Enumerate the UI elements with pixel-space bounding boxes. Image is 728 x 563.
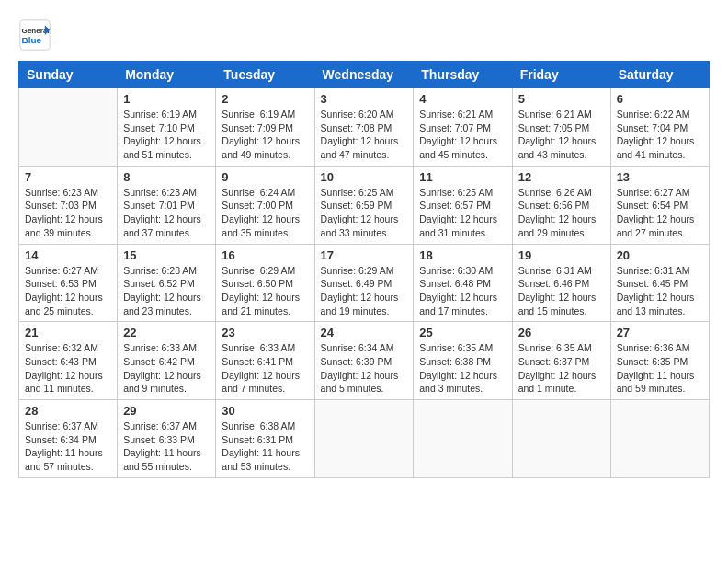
calendar-cell: 26Sunrise: 6:35 AM Sunset: 6:37 PM Dayli… xyxy=(512,322,610,400)
day-info: Sunrise: 6:21 AM Sunset: 7:07 PM Dayligh… xyxy=(419,108,506,162)
day-number: 16 xyxy=(222,248,308,262)
calendar-week-5: 28Sunrise: 6:37 AM Sunset: 6:34 PM Dayli… xyxy=(19,400,710,478)
calendar-cell xyxy=(512,400,610,478)
day-number: 9 xyxy=(222,170,308,184)
day-info: Sunrise: 6:30 AM Sunset: 6:48 PM Dayligh… xyxy=(419,264,506,318)
calendar-table: SundayMondayTuesdayWednesdayThursdayFrid… xyxy=(18,61,710,478)
logo-icon: General Blue xyxy=(18,18,51,52)
calendar-cell: 30Sunrise: 6:38 AM Sunset: 6:31 PM Dayli… xyxy=(216,400,314,478)
calendar-cell: 22Sunrise: 6:33 AM Sunset: 6:42 PM Dayli… xyxy=(118,322,216,400)
day-info: Sunrise: 6:36 AM Sunset: 6:35 PM Dayligh… xyxy=(617,341,703,396)
calendar-week-1: 1Sunrise: 6:19 AM Sunset: 7:10 PM Daylig… xyxy=(19,88,710,167)
day-number: 28 xyxy=(25,404,111,418)
weekday-thursday: Thursday xyxy=(414,62,512,88)
day-info: Sunrise: 6:31 AM Sunset: 6:46 PM Dayligh… xyxy=(518,264,605,318)
svg-text:Blue: Blue xyxy=(22,35,42,45)
calendar-cell: 23Sunrise: 6:33 AM Sunset: 6:41 PM Dayli… xyxy=(216,322,314,400)
day-info: Sunrise: 6:32 AM Sunset: 6:43 PM Dayligh… xyxy=(25,341,111,396)
day-number: 6 xyxy=(617,92,703,106)
calendar-cell xyxy=(314,400,414,478)
day-number: 27 xyxy=(617,326,703,339)
calendar-cell xyxy=(610,400,709,478)
calendar-cell: 6Sunrise: 6:22 AM Sunset: 7:04 PM Daylig… xyxy=(610,88,709,167)
day-info: Sunrise: 6:34 AM Sunset: 6:39 PM Dayligh… xyxy=(321,341,408,396)
logo: General Blue xyxy=(18,18,55,52)
day-number: 12 xyxy=(518,170,605,184)
day-number: 17 xyxy=(321,248,408,262)
day-number: 18 xyxy=(419,248,506,262)
calendar-cell: 5Sunrise: 6:21 AM Sunset: 7:05 PM Daylig… xyxy=(512,88,610,167)
day-info: Sunrise: 6:23 AM Sunset: 7:03 PM Dayligh… xyxy=(25,186,111,240)
day-number: 26 xyxy=(518,326,605,339)
page-header: General Blue xyxy=(18,18,710,52)
calendar-cell: 4Sunrise: 6:21 AM Sunset: 7:07 PM Daylig… xyxy=(414,88,512,167)
day-number: 21 xyxy=(25,326,111,339)
day-info: Sunrise: 6:19 AM Sunset: 7:10 PM Dayligh… xyxy=(123,108,210,162)
calendar-cell: 8Sunrise: 6:23 AM Sunset: 7:01 PM Daylig… xyxy=(118,166,216,244)
calendar-cell: 14Sunrise: 6:27 AM Sunset: 6:53 PM Dayli… xyxy=(19,244,118,322)
day-number: 8 xyxy=(123,170,210,184)
day-info: Sunrise: 6:28 AM Sunset: 6:52 PM Dayligh… xyxy=(123,264,210,318)
day-number: 23 xyxy=(222,326,308,339)
calendar-week-4: 21Sunrise: 6:32 AM Sunset: 6:43 PM Dayli… xyxy=(19,322,710,400)
calendar-cell: 18Sunrise: 6:30 AM Sunset: 6:48 PM Dayli… xyxy=(414,244,512,322)
day-number: 29 xyxy=(123,404,210,418)
calendar-body: 1Sunrise: 6:19 AM Sunset: 7:10 PM Daylig… xyxy=(19,88,710,478)
day-number: 15 xyxy=(123,248,210,262)
day-info: Sunrise: 6:37 AM Sunset: 6:33 PM Dayligh… xyxy=(123,419,210,474)
weekday-sunday: Sunday xyxy=(19,62,118,88)
day-number: 10 xyxy=(321,170,408,184)
weekday-wednesday: Wednesday xyxy=(314,62,414,88)
day-info: Sunrise: 6:19 AM Sunset: 7:09 PM Dayligh… xyxy=(222,108,308,162)
day-info: Sunrise: 6:21 AM Sunset: 7:05 PM Dayligh… xyxy=(518,108,605,162)
day-info: Sunrise: 6:26 AM Sunset: 6:56 PM Dayligh… xyxy=(518,186,605,240)
day-number: 19 xyxy=(518,248,605,262)
day-info: Sunrise: 6:33 AM Sunset: 6:41 PM Dayligh… xyxy=(222,341,308,396)
calendar-week-2: 7Sunrise: 6:23 AM Sunset: 7:03 PM Daylig… xyxy=(19,166,710,244)
calendar-cell: 2Sunrise: 6:19 AM Sunset: 7:09 PM Daylig… xyxy=(216,88,314,167)
calendar-cell: 28Sunrise: 6:37 AM Sunset: 6:34 PM Dayli… xyxy=(19,400,118,478)
calendar-cell: 7Sunrise: 6:23 AM Sunset: 7:03 PM Daylig… xyxy=(19,166,118,244)
calendar-cell: 12Sunrise: 6:26 AM Sunset: 6:56 PM Dayli… xyxy=(512,166,610,244)
calendar-cell: 17Sunrise: 6:29 AM Sunset: 6:49 PM Dayli… xyxy=(314,244,414,322)
weekday-saturday: Saturday xyxy=(610,62,709,88)
day-number: 2 xyxy=(222,92,308,106)
day-info: Sunrise: 6:25 AM Sunset: 6:57 PM Dayligh… xyxy=(419,186,506,240)
weekday-monday: Monday xyxy=(118,62,216,88)
day-info: Sunrise: 6:31 AM Sunset: 6:45 PM Dayligh… xyxy=(617,264,703,318)
day-number: 5 xyxy=(518,92,605,106)
day-info: Sunrise: 6:27 AM Sunset: 6:53 PM Dayligh… xyxy=(25,264,111,318)
calendar-cell: 10Sunrise: 6:25 AM Sunset: 6:59 PM Dayli… xyxy=(314,166,414,244)
calendar-cell: 3Sunrise: 6:20 AM Sunset: 7:08 PM Daylig… xyxy=(314,88,414,167)
day-info: Sunrise: 6:20 AM Sunset: 7:08 PM Dayligh… xyxy=(321,108,408,162)
day-number: 22 xyxy=(123,326,210,339)
day-info: Sunrise: 6:35 AM Sunset: 6:38 PM Dayligh… xyxy=(419,341,506,396)
day-info: Sunrise: 6:35 AM Sunset: 6:37 PM Dayligh… xyxy=(518,341,605,396)
day-info: Sunrise: 6:29 AM Sunset: 6:49 PM Dayligh… xyxy=(321,264,408,318)
day-number: 30 xyxy=(222,404,308,418)
calendar-cell: 20Sunrise: 6:31 AM Sunset: 6:45 PM Dayli… xyxy=(610,244,709,322)
day-info: Sunrise: 6:29 AM Sunset: 6:50 PM Dayligh… xyxy=(222,264,308,318)
day-number: 11 xyxy=(419,170,506,184)
calendar-cell: 27Sunrise: 6:36 AM Sunset: 6:35 PM Dayli… xyxy=(610,322,709,400)
day-info: Sunrise: 6:27 AM Sunset: 6:54 PM Dayligh… xyxy=(617,186,703,240)
day-info: Sunrise: 6:33 AM Sunset: 6:42 PM Dayligh… xyxy=(123,341,210,396)
calendar-cell: 16Sunrise: 6:29 AM Sunset: 6:50 PM Dayli… xyxy=(216,244,314,322)
calendar-cell: 13Sunrise: 6:27 AM Sunset: 6:54 PM Dayli… xyxy=(610,166,709,244)
calendar-cell: 29Sunrise: 6:37 AM Sunset: 6:33 PM Dayli… xyxy=(118,400,216,478)
calendar-cell xyxy=(19,88,118,167)
day-info: Sunrise: 6:23 AM Sunset: 7:01 PM Dayligh… xyxy=(123,186,210,240)
day-number: 25 xyxy=(419,326,506,339)
day-number: 14 xyxy=(25,248,111,262)
calendar-cell: 24Sunrise: 6:34 AM Sunset: 6:39 PM Dayli… xyxy=(314,322,414,400)
day-number: 1 xyxy=(123,92,210,106)
calendar-cell: 21Sunrise: 6:32 AM Sunset: 6:43 PM Dayli… xyxy=(19,322,118,400)
weekday-tuesday: Tuesday xyxy=(216,62,314,88)
day-number: 3 xyxy=(321,92,408,106)
day-info: Sunrise: 6:25 AM Sunset: 6:59 PM Dayligh… xyxy=(321,186,408,240)
day-info: Sunrise: 6:37 AM Sunset: 6:34 PM Dayligh… xyxy=(25,419,111,474)
calendar-cell: 1Sunrise: 6:19 AM Sunset: 7:10 PM Daylig… xyxy=(118,88,216,167)
day-info: Sunrise: 6:22 AM Sunset: 7:04 PM Dayligh… xyxy=(617,108,703,162)
day-info: Sunrise: 6:24 AM Sunset: 7:00 PM Dayligh… xyxy=(222,186,308,240)
weekday-header-row: SundayMondayTuesdayWednesdayThursdayFrid… xyxy=(19,62,710,88)
